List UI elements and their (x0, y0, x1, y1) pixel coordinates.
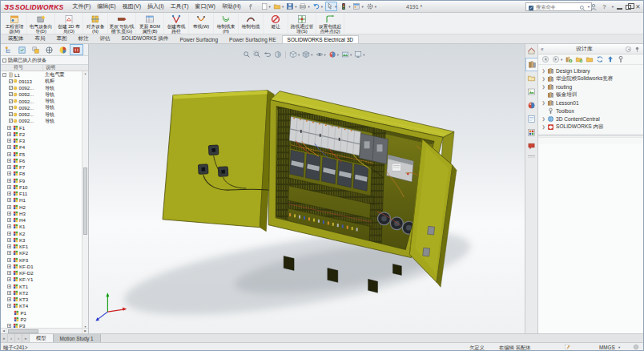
expand-toggle[interactable]: + (7, 171, 11, 176)
expand-toggle[interactable]: + (7, 264, 11, 268)
expand-toggle[interactable]: + (7, 218, 11, 222)
save-button[interactable]: ▾ (286, 2, 296, 10)
design-library-pane-tab[interactable] (525, 58, 537, 71)
dropdown-caret-icon[interactable]: ▾ (337, 53, 339, 57)
tree-row-0092...[interactable]: ✓0092...导轨 (1, 111, 82, 118)
status-globe-icon[interactable] (633, 344, 639, 351)
edit-document-icon[interactable] (564, 344, 570, 351)
view-settings-button[interactable]: ▾ (354, 50, 364, 58)
tree-row-KT4[interactable]: +KT4 (1, 303, 82, 309)
view-palette-pane-tab[interactable] (525, 85, 537, 99)
expand-toggle[interactable]: + (7, 238, 11, 242)
library-item-Toolbox[interactable]: Toolbox (538, 107, 643, 115)
avoid-button[interactable]: 避让 (264, 13, 288, 34)
expand-toggle[interactable]: + (7, 152, 11, 156)
open-button[interactable]: ▾ (273, 2, 284, 10)
tree-row-P2[interactable]: P2 (1, 316, 82, 322)
expand-toggle[interactable]: + (7, 192, 11, 196)
tree-row-KT2[interactable]: +KT2 (1, 289, 82, 296)
tree-row-H3[interactable]: +H3 (1, 210, 82, 216)
update-bom-properties-button[interactable]: 更新 BOM 属性(B) (136, 13, 164, 34)
route-through-management-button[interactable]: 路线通过管理(S) (288, 13, 316, 34)
tree-row-0092...[interactable]: ✓0092...导轨 (1, 91, 82, 98)
dropdown-caret-icon[interactable]: ▾ (298, 53, 300, 57)
electrical-manager-tab[interactable] (70, 44, 83, 55)
expand-toggle[interactable]: + (7, 291, 11, 295)
menu-item[interactable]: 文件(F) (69, 1, 94, 12)
dropdown-caret-icon[interactable]: ▾ (269, 5, 271, 9)
model-tab-scroll-prev[interactable]: ‹ (8, 334, 15, 342)
add-file-location-button[interactable] (575, 55, 583, 63)
tree-row-0092...[interactable]: ✓0092...导轨 (1, 104, 82, 111)
create-routing-path-button[interactable]: 创建布线路径 (164, 13, 189, 34)
tree-row-K3[interactable]: +K3 (1, 236, 82, 243)
display-style-button[interactable]: ▾ (302, 50, 312, 58)
dropdown-caret-icon[interactable]: ▾ (295, 5, 296, 9)
library-item-Lesson01[interactable]: ❯Lesson01 (538, 99, 643, 107)
expand-toggle[interactable]: + (7, 251, 11, 255)
dropdown-caret-icon[interactable]: ▾ (350, 53, 352, 57)
login-icon[interactable] (590, 0, 598, 14)
menu-item[interactable]: 视图(V) (119, 1, 144, 12)
tree-row-KF2[interactable]: +KF2 (1, 250, 82, 256)
expand-toggle[interactable]: + (7, 159, 11, 163)
expand-toggle[interactable]: + (7, 132, 11, 136)
tree-row-KT1[interactable]: +KT1 (1, 283, 82, 289)
expand-toggle[interactable]: + (7, 244, 11, 248)
zoom-to-area-button[interactable] (253, 50, 261, 58)
model-tab-scroll-first[interactable]: « (1, 334, 8, 342)
column-description[interactable]: 说明 (43, 64, 88, 71)
section-view-button[interactable] (274, 50, 282, 58)
tree-row-F1[interactable]: +F1 (1, 124, 82, 131)
dropdown-caret-icon[interactable]: ▾ (348, 5, 350, 9)
tree-row-KF-D1[interactable]: +KF-D1 (1, 263, 82, 269)
expand-toggle[interactable]: + (7, 271, 11, 275)
route-harnesses-button[interactable]: 绘制线束(H) (214, 13, 239, 34)
apply-scene-button[interactable]: ▾ (341, 50, 352, 58)
expand-toggle[interactable]: + (7, 304, 11, 308)
dropdown-caret-icon[interactable]: ▾ (311, 53, 312, 57)
help-button[interactable]: ? (601, 3, 608, 10)
expand-toggle[interactable]: + (7, 284, 11, 288)
expand-toggle[interactable]: + (7, 126, 11, 130)
print-button[interactable]: ▾ (299, 2, 309, 10)
menu-item[interactable]: 帮助(H) (219, 1, 244, 12)
expand-arrow-icon[interactable]: ❯ (541, 100, 545, 105)
expand-arrow-icon[interactable]: ❯ (541, 116, 545, 121)
tab-Power Surfacing[interactable]: Power Surfacing (174, 35, 223, 44)
propertymanager-tab[interactable] (15, 44, 29, 55)
tree-row-H1[interactable]: +H1 (1, 197, 82, 204)
dropdown-caret-icon[interactable]: ▾ (321, 5, 323, 9)
view-orientation-button[interactable]: ▾ (289, 50, 300, 58)
tree-horizontal-scrollbar[interactable]: ◀ ▶ (1, 328, 88, 333)
tree-row-KF-Y1[interactable]: +KF-Y1 (1, 276, 82, 283)
tree-row-H2[interactable]: +H2 (1, 204, 82, 210)
tree-row-F5[interactable]: +F5 (1, 151, 82, 157)
search-scope-icon[interactable] (528, 0, 534, 14)
menu-item[interactable]: 编辑(E) (94, 1, 119, 12)
expand-toggle[interactable]: + (7, 165, 11, 169)
set-cable-endpoints-button[interactable]: 设置电缆起点终点(Q) (316, 13, 344, 34)
tree-row-L1[interactable]: -L1主电气室 (1, 71, 82, 78)
expand-toggle[interactable]: + (7, 205, 11, 209)
column-symbol[interactable]: 符号 (1, 64, 43, 71)
expand-toggle[interactable]: + (7, 212, 11, 216)
tree-row-F7[interactable]: +F7 (1, 164, 82, 171)
help-caret-icon[interactable]: ▾ (612, 5, 614, 9)
tab-SOLIDWORKS Electrical 3D[interactable]: SOLIDWORKS Electrical 3D (282, 35, 359, 44)
toolbox-config-button[interactable] (617, 55, 625, 63)
route-wires-button[interactable]: 布线(W) (189, 13, 214, 34)
collapse-toggle[interactable]: - (2, 73, 6, 77)
hide-inserted-checkbox[interactable] (2, 58, 6, 63)
tab-Power Surfacing RE[interactable]: Power Surfacing RE (223, 35, 282, 44)
expand-toggle[interactable]: + (7, 139, 11, 143)
tree-row-H4[interactable]: +H4 (1, 217, 82, 224)
hide-show-items-button[interactable]: ▾ (316, 50, 326, 58)
unit-system[interactable]: MMGS (599, 345, 615, 350)
dropdown-caret-icon[interactable]: ▾ (361, 5, 363, 9)
tree-row-KF-D2[interactable]: +KF-D2 (1, 270, 82, 276)
route-cables-button[interactable]: 绘制电缆 (239, 13, 264, 34)
rebuild-button[interactable]: ▾ (340, 2, 350, 10)
close-button[interactable]: ✕ (634, 3, 642, 10)
change-rail-duct-length-button[interactable]: 更改'导轨/线槽'长度(G) (108, 13, 136, 34)
